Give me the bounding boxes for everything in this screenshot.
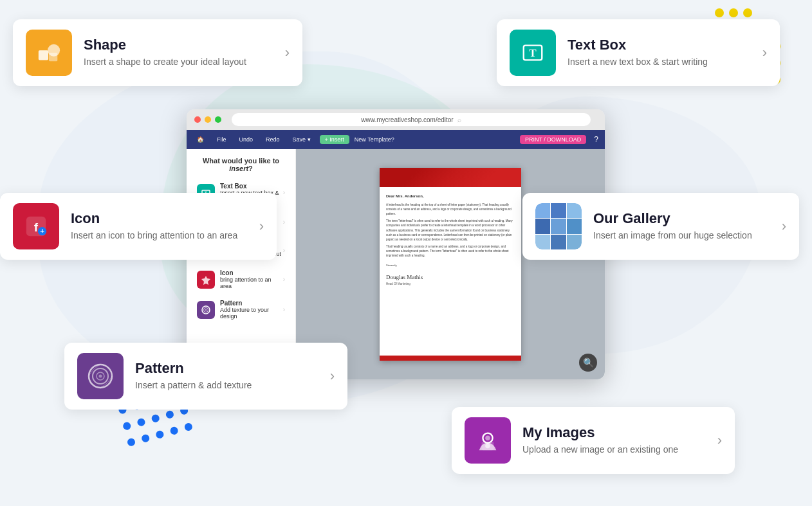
- pattern-card[interactable]: Pattern Insert a pattern & add texture ›: [64, 343, 347, 410]
- gallery-card-content: Our Gallery Insert an image from our hug…: [593, 210, 771, 242]
- gallery-card-title: Our Gallery: [593, 210, 771, 227]
- toolbar-insert[interactable]: + Insert: [320, 135, 349, 144]
- toolbar-help-icon[interactable]: ?: [594, 135, 598, 144]
- pattern-card-title: Pattern: [135, 360, 320, 377]
- toolbar-file[interactable]: File: [213, 135, 230, 144]
- doc-sig-title: Head Of Marketing: [386, 282, 515, 286]
- pattern-card-content: Pattern Insert a pattern & add texture: [135, 360, 320, 392]
- icon-card-desc: Insert an icon to bring attention to an …: [71, 230, 249, 242]
- shape-card[interactable]: Shape Insert a shape to create your idea…: [13, 19, 302, 86]
- svg-rect-12: [49, 53, 57, 61]
- pattern-card-arrow: ›: [330, 368, 335, 384]
- icon-card-title: Icon: [71, 210, 249, 227]
- myimages-card-arrow: ›: [717, 432, 722, 449]
- doc-body1: A letterhead is the heading at the top o…: [386, 203, 515, 217]
- shape-card-icon: [26, 30, 72, 76]
- gallery-card-icon: [535, 203, 582, 249]
- browser-url[interactable]: www.mycreativeshop.com/editor ⌕: [232, 113, 591, 126]
- textbox-card-desc: Insert a new text box & start writing: [567, 56, 752, 69]
- textbox-card-content: Text Box Insert a new text box & start w…: [567, 37, 752, 69]
- myimages-card-content: My Images Upload a new image or an exist…: [522, 424, 707, 456]
- svg-text:+: +: [40, 227, 44, 235]
- editor-toolbar: 🏠 File Undo Redo Save ▾ + Insert New Tem…: [187, 130, 605, 149]
- pattern-card-icon: [77, 353, 124, 399]
- svg-marker-6: [201, 276, 210, 285]
- doc-signature: Douglas Mathis: [386, 273, 515, 282]
- doc-header: [380, 168, 521, 187]
- pattern-card-desc: Insert a pattern & add texture: [135, 379, 320, 392]
- doc-address: 123 Southville Cor. West Ave. Chicago Il…: [380, 351, 521, 354]
- svg-text:T: T: [529, 47, 537, 59]
- toolbar-home[interactable]: 🏠: [193, 135, 208, 144]
- svg-text:f: f: [34, 221, 39, 234]
- doc-sincerely: Sincerely,: [386, 264, 515, 267]
- zoom-button[interactable]: 🔍: [579, 354, 597, 372]
- toolbar-undo[interactable]: Undo: [235, 135, 257, 144]
- gallery-card-arrow: ›: [782, 218, 786, 235]
- sidebar-item-pattern[interactable]: Pattern Add texture to your design ›: [192, 296, 290, 323]
- browser-search-icon: ⌕: [457, 116, 461, 123]
- svg-point-9: [205, 309, 207, 311]
- shape-card-desc: Insert a shape to create your ideal layo…: [84, 56, 275, 69]
- myimages-card[interactable]: My Images Upload a new image or an exist…: [452, 407, 735, 474]
- svg-point-22: [99, 375, 102, 378]
- sidebar-item-icon[interactable]: Icon bring attention to an area ›: [192, 266, 290, 293]
- browser-bar: www.mycreativeshop.com/editor ⌕: [187, 109, 605, 130]
- doc-body3: That heading usually consists of a name …: [386, 244, 515, 258]
- textbox-card-icon: T: [510, 30, 556, 76]
- doc-salutation: Dear Mrs. Anderson,: [386, 194, 515, 200]
- icon-card[interactable]: f + Icon Insert an icon to bring attenti…: [0, 193, 277, 260]
- shape-card-content: Shape Insert a shape to create your idea…: [84, 37, 275, 69]
- icon-card-icon: f +: [13, 203, 59, 249]
- textbox-card-arrow: ›: [762, 44, 767, 61]
- toolbar-save[interactable]: Save ▾: [289, 135, 315, 144]
- doc-body: Dear Mrs. Anderson, A letterhead is the …: [380, 187, 521, 293]
- icon-card-arrow: ›: [259, 218, 264, 235]
- shape-card-arrow: ›: [285, 44, 290, 61]
- sidebar-pattern-icon: [197, 301, 215, 319]
- toolbar-new-template: New Template?: [355, 136, 394, 143]
- svg-rect-10: [39, 50, 48, 60]
- myimages-card-title: My Images: [522, 424, 707, 441]
- sidebar-icon-icon: [197, 271, 215, 289]
- myimages-card-desc: Upload a new image or an existing one: [522, 444, 707, 456]
- myimages-card-icon: [465, 417, 511, 464]
- icon-card-content: Icon Insert an icon to bring attention t…: [71, 210, 249, 242]
- doc-body2: The term "letterhead" is often used to r…: [386, 219, 515, 242]
- textbox-card[interactable]: T Text Box Insert a new text box & start…: [497, 19, 780, 86]
- gallery-card-desc: Insert an image from our huge selection: [593, 230, 771, 242]
- doc-footer: [380, 356, 521, 361]
- toolbar-redo[interactable]: Redo: [262, 135, 284, 144]
- url-text: www.mycreativeshop.com/editor: [361, 116, 453, 123]
- gallery-card[interactable]: Our Gallery Insert an image from our hug…: [522, 193, 799, 260]
- shape-card-title: Shape: [84, 37, 275, 53]
- sidebar-title: What would you like to insert?: [192, 157, 290, 172]
- document-preview: Dear Mrs. Anderson, A letterhead is the …: [380, 168, 521, 361]
- svg-point-26: [485, 444, 490, 449]
- svg-point-24: [485, 435, 490, 440]
- toolbar-print[interactable]: PRINT / DOWNLOAD: [520, 135, 586, 144]
- textbox-card-title: Text Box: [567, 37, 752, 53]
